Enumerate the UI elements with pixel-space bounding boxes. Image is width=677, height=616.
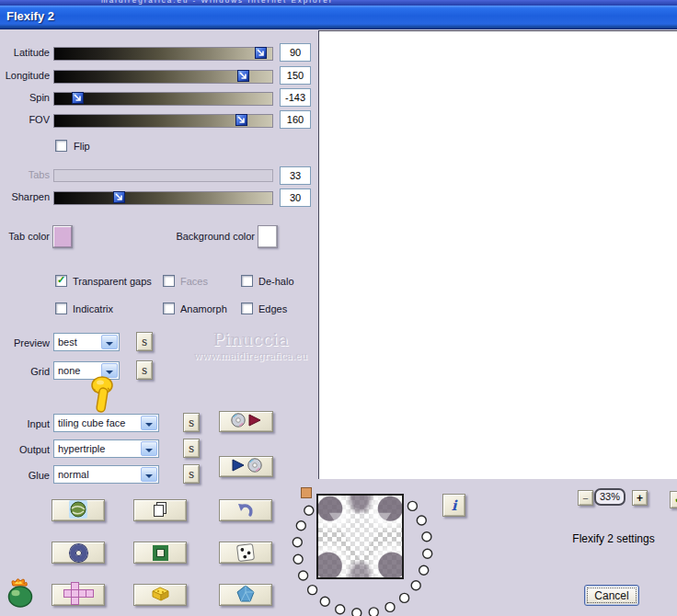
tab-color-swatch[interactable] [52, 225, 73, 248]
chevron-down-icon[interactable] [101, 335, 118, 349]
edges-checkbox[interactable] [241, 302, 253, 314]
faces-checkbox [163, 275, 175, 287]
preview-label: Preview [0, 337, 50, 349]
cd-icon [228, 458, 265, 475]
indicatrix-checkbox[interactable] [55, 302, 67, 314]
grid-s-button[interactable]: s [136, 360, 153, 380]
save-settings-button[interactable] [219, 411, 273, 432]
brick-icon [150, 586, 170, 605]
longitude-label: Longitude [0, 70, 50, 82]
fov-value-input[interactable] [280, 110, 311, 129]
settings-caption: Flexify 2 settings [552, 532, 675, 545]
output-select[interactable]: hypertriple [53, 439, 159, 458]
yellow-hand-pointer-icon [87, 375, 117, 417]
background-window-title: maidiregrafica.eu - Windows Internet Exp… [101, 0, 333, 5]
chevron-down-icon[interactable] [141, 416, 157, 430]
info-button[interactable]: i [442, 494, 465, 517]
transparent-gaps-label: Transparent gaps [73, 276, 152, 288]
zoom-out-button[interactable]: − [578, 490, 593, 506]
dice-icon [236, 543, 255, 562]
anamorph-checkbox[interactable] [163, 302, 175, 314]
flaming-pear-logo[interactable] [6, 576, 37, 612]
titlebar[interactable]: Flexify 2 [0, 6, 677, 29]
square-frame-button[interactable] [133, 542, 187, 564]
polyhedron-icon [236, 585, 255, 605]
unfolded-cube-button[interactable] [52, 584, 105, 606]
indicatrix-label: Indicatrix [73, 303, 113, 315]
slider-thumb[interactable] [72, 92, 84, 104]
latitude-label: Latitude [0, 47, 50, 59]
background-color-label: Background color [138, 231, 255, 243]
slider-thumb[interactable] [255, 47, 267, 59]
slider-thumb[interactable] [235, 114, 247, 126]
sharpen-label: Sharpen [0, 191, 50, 203]
spin-value-input[interactable] [280, 88, 311, 107]
zoom-in-button[interactable]: + [632, 490, 648, 506]
unfolded-cube-icon [63, 582, 94, 609]
dice-button[interactable] [219, 542, 272, 564]
chevron-down-icon[interactable] [141, 467, 157, 482]
watermark-url: www.maidiregrafica.eu [189, 350, 313, 361]
glue-select[interactable]: normal [53, 465, 159, 484]
tabs-slider [53, 169, 273, 182]
spin-label: Spin [0, 92, 50, 104]
window-title: Flexify 2 [6, 9, 54, 23]
longitude-value-input[interactable] [280, 66, 311, 85]
tabs-value-input[interactable] [280, 166, 311, 185]
preview-canvas[interactable] [318, 30, 677, 479]
preview-s-button[interactable]: s [136, 332, 153, 351]
torus-icon [70, 544, 87, 562]
copy-button[interactable] [133, 499, 187, 521]
grid-label: Grid [0, 366, 50, 378]
edges-label: Edges [258, 303, 287, 315]
faces-label: Faces [180, 276, 208, 288]
glue-label: Glue [0, 470, 50, 482]
glue-select-value: normal [58, 469, 89, 480]
fov-slider[interactable] [53, 114, 273, 128]
sharpen-slider[interactable] [53, 191, 273, 205]
grid-select-value: none [58, 365, 80, 376]
background-color-swatch[interactable] [258, 225, 278, 248]
undo-button[interactable] [219, 499, 272, 521]
zoom-level: 33% [594, 488, 625, 506]
load-settings-button[interactable] [219, 456, 273, 477]
output-s-button[interactable]: s [183, 439, 200, 458]
brick-button[interactable] [133, 584, 187, 606]
marker-color-swatch [301, 487, 312, 498]
latitude-slider[interactable] [53, 47, 273, 61]
input-select[interactable]: tiling cube face [53, 414, 159, 432]
polyhedron-button[interactable] [219, 584, 272, 606]
fov-label: FOV [0, 114, 50, 126]
chevron-down-icon[interactable] [141, 441, 157, 456]
slider-thumb[interactable] [237, 70, 249, 82]
output-label: Output [0, 444, 50, 456]
settings-thumbnail[interactable] [316, 494, 404, 579]
de-halo-label: De-halo [258, 276, 294, 288]
longitude-slider[interactable] [53, 70, 273, 84]
flip-label: Flip [74, 141, 90, 153]
copy-pages-icon [152, 501, 168, 520]
preview-select-value: best [58, 337, 77, 348]
transparent-gaps-checkbox[interactable]: ✓ [55, 275, 67, 287]
tab-color-label: Tab color [0, 231, 50, 243]
input-s-button[interactable]: s [183, 413, 200, 432]
flip-checkbox[interactable] [55, 140, 67, 152]
square-frame-icon [153, 545, 168, 561]
planet-icon [69, 500, 87, 521]
slider-thumb[interactable] [113, 191, 125, 203]
sharpen-value-input[interactable] [280, 188, 311, 207]
torus-button[interactable] [52, 542, 105, 564]
undo-arrow-icon [236, 501, 255, 520]
planet-button[interactable] [52, 499, 105, 521]
cd-icon [228, 413, 265, 430]
latitude-value-input[interactable] [280, 43, 311, 62]
tabs-label: Tabs [0, 169, 50, 181]
apply-button[interactable]: ✔ [670, 491, 677, 508]
spin-slider[interactable] [53, 92, 273, 106]
de-halo-checkbox[interactable] [241, 275, 253, 287]
glue-s-button[interactable]: s [183, 464, 200, 484]
input-select-value: tiling cube face [58, 417, 125, 428]
cancel-button[interactable]: Cancel [584, 585, 639, 606]
check-icon: ✓ [57, 274, 65, 285]
preview-select[interactable]: best [53, 333, 120, 351]
